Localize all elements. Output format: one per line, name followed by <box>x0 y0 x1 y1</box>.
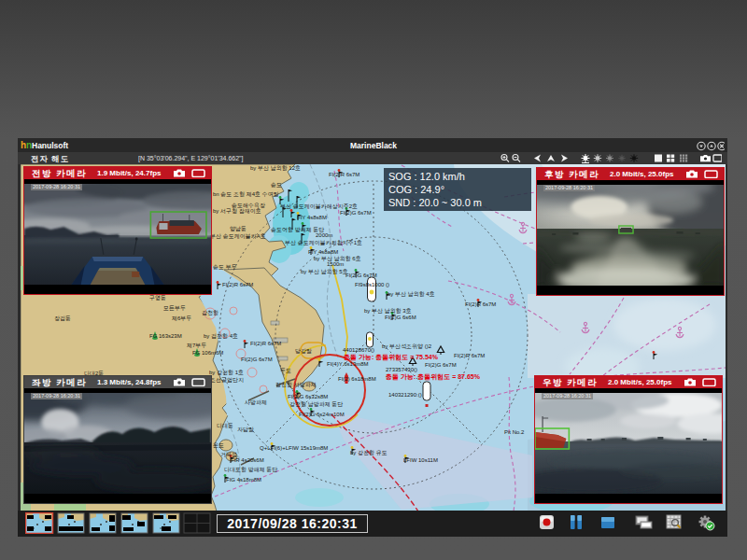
svg-text:by 검천항 4호: by 검천항 4호 <box>204 333 238 339</box>
svg-text:FI(2)R 6s7M: FI(2)R 6s7M <box>222 282 253 287</box>
svg-text:140321290:(): 140321290:() <box>388 392 422 398</box>
svg-text:송도 부두: 송도 부두 <box>213 264 237 270</box>
svg-text:부산 송도케이블카해상지주2호: 부산 송도케이블카해상지주2호 <box>280 203 358 209</box>
svg-text:FG 163s23M: FG 163s23M <box>149 333 182 339</box>
svg-text:273357430(): 273357430() <box>386 367 417 372</box>
svg-text:FI(2)R 6s7M: FI(2)R 6s7M <box>250 341 281 346</box>
svg-text:by 강전항 1호: by 강전항 1호 <box>209 370 244 375</box>
svg-text:FI(2)R 6s7M: FI(2)R 6s7M <box>465 301 496 307</box>
svg-text:FIY 4s8a8M: FIY 4s8a8M <box>308 249 338 255</box>
svg-text:FIG 4s18m8M: FIG 4s18m8M <box>226 477 261 483</box>
svg-text:사방파제: 사방파제 <box>245 399 267 405</box>
svg-text:갈친항 서방파제: 갈친항 서방파제 <box>275 382 317 387</box>
svg-text:장검동: 장검동 <box>54 315 71 321</box>
svg-text:LFIW 10s11M: LFIW 10s11M <box>403 457 438 463</box>
svg-text:FI(2)G 6s7M: FI(2)G 6s7M <box>340 210 372 216</box>
svg-text:by 서구청 잠재이호: by 서구청 잠재이호 <box>213 208 261 215</box>
svg-text:두도: 두도 <box>280 368 291 373</box>
svg-text:by 부산 남외항 5호: by 부산 남외항 5호 <box>301 269 348 274</box>
svg-text:FI9s8s1000 (): FI9s8s1000 () <box>355 282 389 287</box>
svg-text:다대포항 방패제 동단: 다대포항 방패제 동단 <box>224 467 277 472</box>
svg-text:당강말: 당강말 <box>295 348 312 354</box>
svg-text:FI(2)G 6s32s8M: FI(2)G 6s32s8M <box>288 394 328 399</box>
svg-text:송도: 송도 <box>271 182 282 188</box>
svg-text:구영동: 구영동 <box>149 295 166 301</box>
svg-text:by 부산 남외항 4호: by 부산 남외항 4호 <box>388 291 435 297</box>
svg-text:조선공업단지: 조선공업단지 <box>210 377 244 384</box>
svg-text:by 부산석조위양 ()2: by 부산석조위양 ()2 <box>382 343 432 349</box>
svg-text:FI(2)G 6s7M: FI(2)G 6s7M <box>345 273 377 278</box>
svg-text:FI(2) 6s18m8M: FI(2) 6s18m8M <box>338 376 376 382</box>
svg-text:by 부산 남외항 12호: by 부산 남외항 12호 <box>250 165 301 171</box>
svg-text:다대동: 다대동 <box>217 423 233 428</box>
svg-text:강천항 남방파제 동단: 강천항 남방파제 동단 <box>289 401 343 407</box>
svg-text:모든부두: 모든부두 <box>163 305 186 311</box>
svg-text:FI(2)G 6s7M: FI(2)G 6s7M <box>425 362 457 368</box>
svg-text:제7부두: 제7부두 <box>187 343 206 348</box>
svg-text:FI(2)R 6s7M: FI(2)R 6s7M <box>454 353 485 358</box>
svg-text:by 부산 남외항 3호: by 부산 남외항 3호 <box>364 308 412 314</box>
svg-text:FI(2)G 6s6M: FI(2)G 6s6M <box>385 315 416 320</box>
svg-text:FI(2)R 6s7M: FI(2)R 6s7M <box>329 172 359 177</box>
svg-text:양남동: 양남동 <box>230 226 247 231</box>
svg-text:자담말: 자담말 <box>237 427 254 432</box>
svg-text:감천항: 감천항 <box>202 310 218 315</box>
svg-text:FI(2)G 6s24m10M: FI(2)G 6s24m10M <box>299 412 345 417</box>
svg-text:FIY 4s8s8M: FIY 4s8s8M <box>297 215 327 220</box>
svg-text:제6부두: 제6부두 <box>172 315 191 321</box>
svg-text:2000m: 2000m <box>316 232 332 238</box>
svg-text:FG 106m6M: FG 106m6M <box>192 350 223 356</box>
svg-text:부산 송도케이블카A호: 부산 송도케이블카A호 <box>210 233 266 239</box>
svg-text:FI(4)Y 6s13m8M: FI(4)Y 6s13m8M <box>327 361 369 367</box>
svg-text:충돌 가능: 충돌위험도 = 75.54%: 충돌 가능: 충돌위험도 = 75.54% <box>344 354 439 361</box>
svg-text:부산 송도케이블카회첨지주1호: 부산 송도케이블카회첨지주1호 <box>285 240 362 245</box>
svg-text:440128670(): 440128670() <box>343 347 374 353</box>
svg-text:1500m: 1500m <box>327 261 344 267</box>
svg-text:Pit No.2: Pit No.2 <box>504 429 525 435</box>
svg-text:충돌 가능: 충돌위험도 = 87.65%: 충돌 가능: 충돌위험도 = 87.65% <box>386 373 481 381</box>
svg-text:Q+LFI(6)+LFIW 15s19m8M: Q+LFI(6)+LFIW 15s19m8M <box>260 445 328 451</box>
svg-text:by 강전항 유도: by 강전항 유도 <box>350 450 388 455</box>
svg-text:bn 송도 조형 제4호 수여말: bn 송도 조형 제4호 수여말 <box>213 191 279 197</box>
svg-text:FIR 4s20s6M: FIR 4s20s6M <box>231 457 264 463</box>
svg-text:FI(2)G 6s7M: FI(2)G 6s7M <box>241 357 273 362</box>
svg-text:은도: 은도 <box>213 442 224 448</box>
